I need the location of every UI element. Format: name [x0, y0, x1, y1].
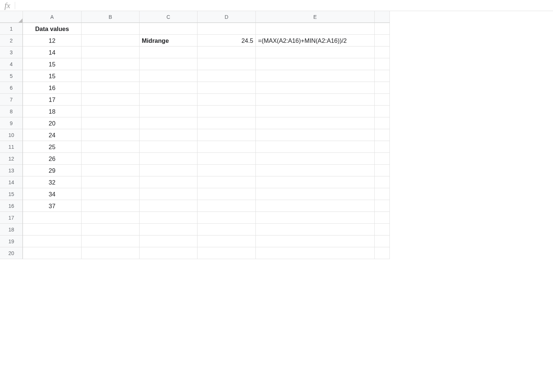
column-header-extra[interactable]: [375, 11, 390, 23]
cell-C14[interactable]: [140, 176, 198, 188]
row-header-14[interactable]: 14: [0, 176, 23, 188]
cell-C9[interactable]: [140, 117, 198, 129]
cell-B15[interactable]: [82, 188, 140, 200]
cell-A4[interactable]: 15: [23, 58, 82, 70]
row-header-3[interactable]: 3: [0, 47, 23, 58]
cell-C10[interactable]: [140, 129, 198, 141]
cell-C5[interactable]: [140, 70, 198, 82]
cell-F12[interactable]: [375, 153, 390, 165]
cell-A7[interactable]: 17: [23, 94, 82, 106]
cell-F16[interactable]: [375, 200, 390, 212]
cell-F6[interactable]: [375, 82, 390, 94]
row-header-12[interactable]: 12: [0, 153, 23, 165]
cell-D12[interactable]: [198, 153, 256, 165]
cell-E2[interactable]: =(MAX(A2:A16)+MIN(A2:A16))/2: [256, 35, 375, 47]
cell-B4[interactable]: [82, 58, 140, 70]
cell-D8[interactable]: [198, 106, 256, 117]
cell-B11[interactable]: [82, 141, 140, 153]
cell-E6[interactable]: [256, 82, 375, 94]
row-header-17[interactable]: 17: [0, 212, 23, 224]
cell-B10[interactable]: [82, 129, 140, 141]
cell-A15[interactable]: 34: [23, 188, 82, 200]
cell-E11[interactable]: [256, 141, 375, 153]
cell-C13[interactable]: [140, 165, 198, 176]
cell-B13[interactable]: [82, 165, 140, 176]
cell-C11[interactable]: [140, 141, 198, 153]
cell-D9[interactable]: [198, 117, 256, 129]
cell-D17[interactable]: [198, 212, 256, 224]
row-header-16[interactable]: 16: [0, 200, 23, 212]
cell-F9[interactable]: [375, 117, 390, 129]
cell-F17[interactable]: [375, 212, 390, 224]
cell-C1[interactable]: [140, 23, 198, 35]
cell-C19[interactable]: [140, 235, 198, 247]
cell-C6[interactable]: [140, 82, 198, 94]
cell-C16[interactable]: [140, 200, 198, 212]
cell-F10[interactable]: [375, 129, 390, 141]
select-all-corner[interactable]: [0, 11, 23, 23]
cell-B18[interactable]: [82, 224, 140, 235]
cell-A3[interactable]: 14: [23, 47, 82, 58]
row-header-7[interactable]: 7: [0, 94, 23, 106]
cell-D1[interactable]: [198, 23, 256, 35]
cell-C4[interactable]: [140, 58, 198, 70]
cell-F8[interactable]: [375, 106, 390, 117]
cell-D2[interactable]: 24.5: [198, 35, 256, 47]
cell-E16[interactable]: [256, 200, 375, 212]
row-header-20[interactable]: 20: [0, 247, 23, 259]
cell-A19[interactable]: [23, 235, 82, 247]
cell-A10[interactable]: 24: [23, 129, 82, 141]
cell-E15[interactable]: [256, 188, 375, 200]
cell-F13[interactable]: [375, 165, 390, 176]
cell-F18[interactable]: [375, 224, 390, 235]
cell-F19[interactable]: [375, 235, 390, 247]
cell-A8[interactable]: 18: [23, 106, 82, 117]
row-header-4[interactable]: 4: [0, 58, 23, 70]
row-header-10[interactable]: 10: [0, 129, 23, 141]
cell-E17[interactable]: [256, 212, 375, 224]
cell-D5[interactable]: [198, 70, 256, 82]
cell-E13[interactable]: [256, 165, 375, 176]
cell-E10[interactable]: [256, 129, 375, 141]
row-header-18[interactable]: 18: [0, 224, 23, 235]
cell-A11[interactable]: 25: [23, 141, 82, 153]
row-header-9[interactable]: 9: [0, 117, 23, 129]
cell-C20[interactable]: [140, 247, 198, 259]
cell-C18[interactable]: [140, 224, 198, 235]
cell-B14[interactable]: [82, 176, 140, 188]
cell-E7[interactable]: [256, 94, 375, 106]
cell-B1[interactable]: [82, 23, 140, 35]
cell-B17[interactable]: [82, 212, 140, 224]
cell-F1[interactable]: [375, 23, 390, 35]
cell-D16[interactable]: [198, 200, 256, 212]
cell-F2[interactable]: [375, 35, 390, 47]
cell-F20[interactable]: [375, 247, 390, 259]
cell-F15[interactable]: [375, 188, 390, 200]
cell-E8[interactable]: [256, 106, 375, 117]
cell-A9[interactable]: 20: [23, 117, 82, 129]
cell-A16[interactable]: 37: [23, 200, 82, 212]
cell-A5[interactable]: 15: [23, 70, 82, 82]
cell-F14[interactable]: [375, 176, 390, 188]
cell-E20[interactable]: [256, 247, 375, 259]
cell-E12[interactable]: [256, 153, 375, 165]
cell-E14[interactable]: [256, 176, 375, 188]
cell-D7[interactable]: [198, 94, 256, 106]
cell-A20[interactable]: [23, 247, 82, 259]
cell-D6[interactable]: [198, 82, 256, 94]
row-header-11[interactable]: 11: [0, 141, 23, 153]
cell-D13[interactable]: [198, 165, 256, 176]
cell-E19[interactable]: [256, 235, 375, 247]
row-header-1[interactable]: 1: [0, 23, 23, 35]
cell-D20[interactable]: [198, 247, 256, 259]
row-header-15[interactable]: 15: [0, 188, 23, 200]
formula-input[interactable]: [18, 0, 550, 11]
cell-C17[interactable]: [140, 212, 198, 224]
cell-C15[interactable]: [140, 188, 198, 200]
row-header-8[interactable]: 8: [0, 106, 23, 117]
cell-B12[interactable]: [82, 153, 140, 165]
cell-E3[interactable]: [256, 47, 375, 58]
cell-E5[interactable]: [256, 70, 375, 82]
cell-B3[interactable]: [82, 47, 140, 58]
cell-F4[interactable]: [375, 58, 390, 70]
